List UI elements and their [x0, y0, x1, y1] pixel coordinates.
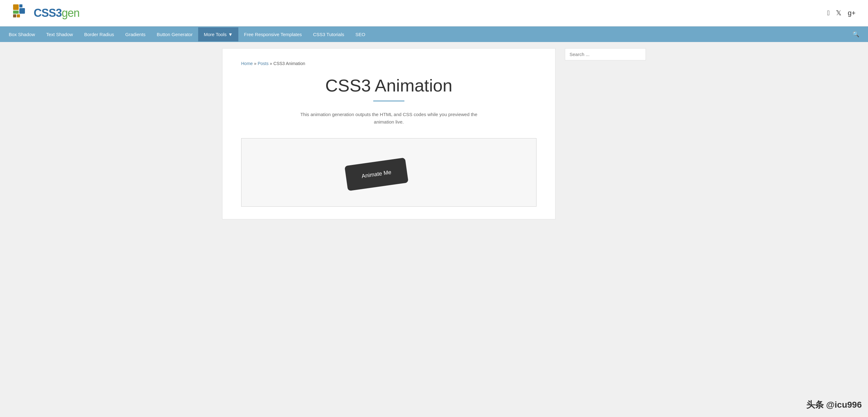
- animate-me-button[interactable]: Animate Me: [345, 158, 408, 191]
- page-title: CSS3 Animation: [241, 75, 536, 96]
- breadcrumb-sep2: »: [270, 61, 272, 66]
- nav-box-shadow[interactable]: Box Shadow: [3, 27, 40, 41]
- main-nav: Box Shadow Text Shadow Border Radius Gra…: [0, 27, 868, 42]
- nav-button-generator[interactable]: Button Generator: [151, 27, 198, 41]
- main-layout: Home » Posts » CSS3 Animation CSS3 Anima…: [216, 42, 652, 225]
- chevron-down-icon: ▼: [228, 32, 233, 37]
- sidebar: [565, 48, 646, 219]
- svg-rect-0: [13, 4, 19, 10]
- googleplus-icon[interactable]: g+: [848, 9, 856, 17]
- title-underline: [373, 101, 404, 101]
- search-input[interactable]: [569, 51, 641, 57]
- main-content: Home » Posts » CSS3 Animation CSS3 Anima…: [222, 48, 556, 219]
- breadcrumb: Home » Posts » CSS3 Animation: [241, 61, 536, 66]
- svg-rect-3: [13, 10, 19, 14]
- logo-css3: CSS3: [34, 6, 62, 19]
- nav-border-radius[interactable]: Border Radius: [79, 27, 120, 41]
- nav-seo[interactable]: SEO: [350, 27, 371, 41]
- twitter-icon[interactable]: 𝕏: [836, 9, 841, 17]
- svg-rect-2: [19, 8, 25, 14]
- logo-gen: gen: [62, 6, 80, 19]
- logo-area[interactable]: CSS3gen: [12, 4, 80, 23]
- nav-search-icon[interactable]: 🔍: [847, 27, 865, 42]
- breadcrumb-home[interactable]: Home: [241, 61, 253, 66]
- site-logo-text: CSS3gen: [34, 6, 80, 20]
- svg-rect-1: [19, 4, 23, 7]
- nav-free-templates[interactable]: Free Responsive Templates: [238, 27, 308, 41]
- search-box: [565, 48, 646, 60]
- breadcrumb-posts[interactable]: Posts: [258, 61, 269, 66]
- facebook-icon[interactable]: : [827, 9, 830, 17]
- nav-gradients[interactable]: Gradients: [120, 27, 151, 41]
- header: CSS3gen  𝕏 g+: [0, 0, 868, 27]
- animation-preview-container: Animate Me: [241, 138, 536, 207]
- breadcrumb-current: CSS3 Animation: [274, 61, 305, 66]
- svg-rect-4: [13, 14, 16, 18]
- nav-more-tools-label: More Tools: [204, 32, 226, 37]
- social-icons-group:  𝕏 g+: [827, 9, 856, 17]
- page-description: This animation generation outputs the HT…: [296, 111, 482, 126]
- svg-rect-5: [17, 14, 20, 18]
- breadcrumb-sep1: »: [254, 61, 256, 66]
- nav-more-tools[interactable]: More Tools ▼: [198, 27, 238, 41]
- nav-text-shadow[interactable]: Text Shadow: [40, 27, 79, 41]
- logo-svg-icon: [12, 4, 31, 23]
- nav-css3-tutorials[interactable]: CSS3 Tutorials: [308, 27, 350, 41]
